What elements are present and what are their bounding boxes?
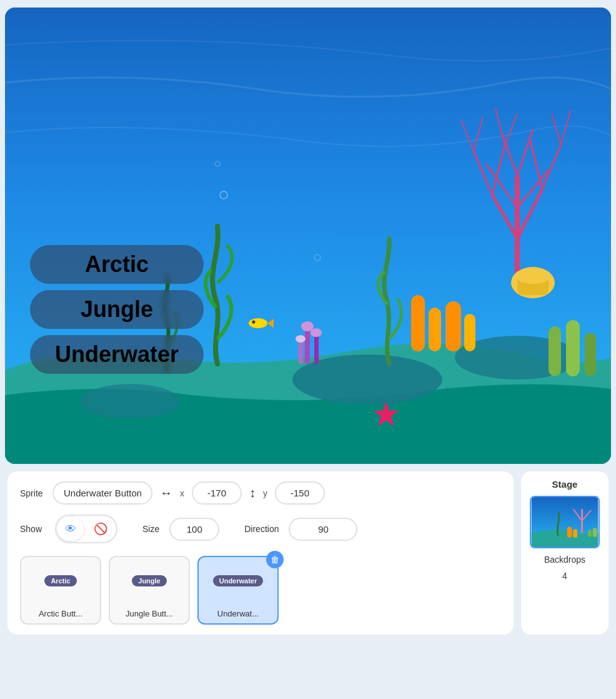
svg-rect-49: [567, 527, 572, 538]
sprite-panel: Sprite ↔ x ↕ y Show 👁 🚫 Size Direction: [7, 471, 514, 635]
stage-canvas: Arctic Jungle Underwater: [5, 8, 611, 464]
svg-rect-27: [299, 339, 303, 364]
underwater-badge: Underwater: [213, 575, 264, 586]
svg-rect-34: [464, 314, 475, 351]
svg-point-4: [80, 384, 180, 419]
backdrops-label: Backdrops: [544, 555, 585, 565]
sprite-card-arctic[interactable]: Arctic Arctic Butt...: [20, 556, 101, 625]
backdrops-count: 4: [562, 571, 567, 581]
arctic-badge: Arctic: [44, 575, 76, 586]
sprite-label: Sprite: [20, 488, 45, 498]
jungle-badge: Jungle: [132, 575, 166, 586]
size-input[interactable]: [169, 518, 219, 541]
y-axis-icon: ↕: [249, 486, 256, 500]
svg-point-29: [310, 328, 322, 337]
svg-rect-35: [549, 326, 561, 376]
sprite-name-input[interactable]: [52, 481, 152, 505]
sprite-list: Arctic Arctic Butt... Jungle Jungle Butt…: [20, 553, 501, 625]
eye-icon: 👁: [65, 523, 76, 536]
underwater-background: [5, 8, 611, 464]
svg-point-30: [296, 335, 306, 343]
jungle-card-name: Jungle Butt...: [126, 609, 173, 618]
y-input[interactable]: [275, 481, 325, 505]
stage-panel: Stage: [521, 471, 609, 635]
svg-point-28: [301, 321, 314, 331]
svg-rect-32: [429, 308, 441, 351]
delete-sprite-button[interactable]: 🗑: [266, 551, 284, 568]
jungle-sprite-thumb: Jungle: [124, 563, 174, 598]
canvas-buttons: Arctic Jungle Underwater: [30, 245, 204, 374]
svg-rect-51: [588, 530, 592, 536]
direction-label: Direction: [244, 524, 279, 534]
jungle-canvas-button[interactable]: Jungle: [30, 290, 204, 329]
eye-slash-icon: 🚫: [94, 522, 107, 536]
stage-title: Stage: [552, 479, 578, 490]
svg-point-24: [515, 269, 550, 284]
underwater-canvas-button[interactable]: Underwater: [30, 335, 204, 374]
show-visible-button[interactable]: 👁: [57, 517, 84, 541]
svg-point-39: [249, 318, 267, 328]
sprite-controls-row1: Sprite ↔ x ↕ y: [20, 481, 501, 505]
size-label: Size: [142, 524, 159, 534]
direction-input[interactable]: [289, 518, 357, 541]
x-input[interactable]: [192, 481, 242, 505]
svg-rect-26: [314, 333, 319, 364]
svg-point-41: [252, 321, 256, 324]
sprite-card-underwater[interactable]: 🗑 Underwater Underwat...: [197, 556, 279, 625]
underwater-card-name: Underwat...: [217, 609, 259, 618]
show-buttons-group: 👁 🚫: [55, 515, 117, 543]
svg-rect-31: [411, 295, 425, 351]
svg-rect-50: [573, 529, 577, 537]
sprite-controls-row2: Show 👁 🚫 Size Direction: [20, 515, 501, 543]
arctic-card-name: Arctic Butt...: [39, 609, 82, 618]
svg-rect-25: [305, 326, 310, 364]
show-label: Show: [20, 524, 45, 534]
arctic-sprite-thumb: Arctic: [36, 563, 86, 598]
x-axis-icon: ↔: [160, 486, 172, 500]
bottom-panel: Sprite ↔ x ↕ y Show 👁 🚫 Size Direction: [0, 464, 616, 635]
svg-rect-33: [445, 301, 461, 351]
svg-rect-36: [566, 320, 580, 376]
y-label: y: [263, 488, 267, 498]
show-hidden-button[interactable]: 🚫: [86, 517, 115, 541]
stage-thumbnail[interactable]: [530, 496, 600, 548]
x-label: x: [180, 488, 184, 498]
svg-rect-37: [585, 333, 596, 376]
underwater-sprite-thumb: Underwater: [213, 563, 263, 598]
sprite-card-jungle[interactable]: Jungle Jungle Butt...: [109, 556, 190, 625]
svg-rect-52: [593, 528, 597, 537]
arctic-canvas-button[interactable]: Arctic: [30, 245, 204, 284]
